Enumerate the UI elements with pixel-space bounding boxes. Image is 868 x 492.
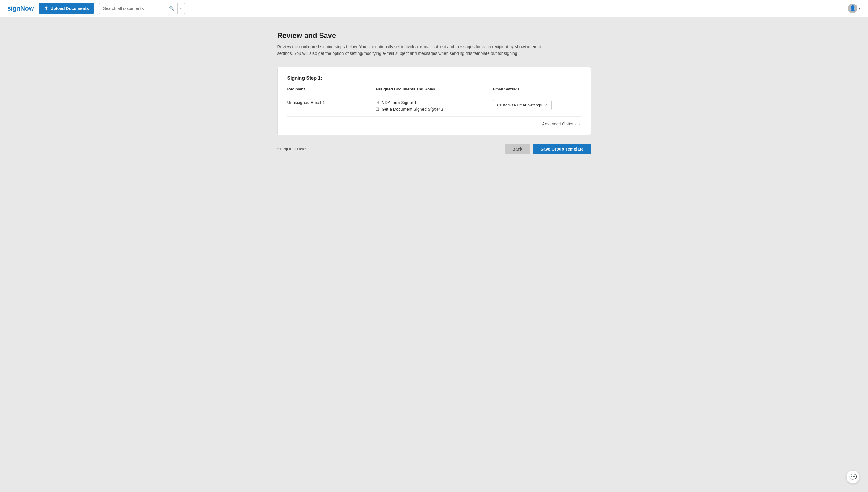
doc-item-2: ☑ Get a Document Signed Signer 1	[375, 107, 493, 112]
signing-step-title: Signing Step 1:	[287, 75, 581, 81]
col-header-recipient: Recipient	[287, 87, 375, 95]
user-dropdown-caret: ▾	[859, 6, 861, 11]
search-group: 🔍 ▾	[99, 3, 185, 14]
search-dropdown-button[interactable]: ▾	[177, 3, 184, 14]
signing-step-card: Signing Step 1: Recipient Assigned Docum…	[277, 67, 591, 135]
col-header-email: Email Settings	[493, 87, 581, 95]
chat-icon: 💬	[849, 473, 857, 481]
recipient-name: Unassigned Email 1	[287, 100, 325, 105]
avatar-icon: 👤	[849, 5, 856, 12]
doc-name-1: NDA form Signer 1	[382, 100, 417, 105]
upload-documents-button[interactable]: ⬆ Upload Documents	[39, 3, 94, 14]
upload-icon: ⬆	[44, 5, 48, 11]
advanced-options-label: Advanced Options	[542, 122, 577, 126]
user-menu[interactable]: 👤 ▾	[848, 4, 861, 13]
logo: signNow	[7, 4, 34, 13]
main-content: Review and Save Review the configured si…	[253, 17, 615, 169]
customize-email-button[interactable]: Customize Email Settings ∨	[493, 100, 552, 110]
chevron-down-icon: ▾	[180, 6, 182, 10]
chat-widget[interactable]: 💬	[846, 470, 860, 484]
doc-item-1: ☑ NDA form Signer 1	[375, 100, 493, 105]
required-fields-note: * Required Fields	[277, 147, 308, 151]
doc-edit-icon-2: ☑	[375, 107, 379, 112]
save-group-template-button[interactable]: Save Group Template	[533, 144, 591, 154]
recipient-cell: Unassigned Email 1	[287, 95, 375, 117]
navbar: signNow ⬆ Upload Documents 🔍 ▾ 👤 ▾	[0, 0, 868, 17]
search-icon: 🔍	[169, 6, 174, 10]
back-button[interactable]: Back	[505, 144, 530, 154]
doc-name-2: Get a Document Signed Signer 1	[382, 107, 443, 112]
page-description: Review the configured signing steps belo…	[277, 44, 549, 57]
avatar: 👤	[848, 4, 858, 13]
chevron-down-icon: ∨	[544, 103, 547, 107]
upload-button-label: Upload Documents	[50, 6, 89, 11]
docs-cell: ☑ NDA form Signer 1 ☑ Get a Document Sig…	[375, 95, 493, 117]
advanced-options-row: Advanced Options ∨	[287, 122, 581, 126]
footer-buttons: Back Save Group Template	[505, 144, 591, 154]
customize-email-label: Customize Email Settings	[497, 103, 542, 107]
advanced-options-button[interactable]: Advanced Options ∨	[542, 122, 581, 126]
page-title: Review and Save	[277, 31, 591, 40]
footer-actions: * Required Fields Back Save Group Templa…	[277, 144, 591, 154]
search-button[interactable]: 🔍	[166, 3, 177, 14]
recipients-table: Recipient Assigned Documents and Roles E…	[287, 87, 581, 117]
table-row: Unassigned Email 1 ☑ NDA form Signer 1 ☑…	[287, 95, 581, 117]
search-input[interactable]	[100, 3, 166, 14]
doc-edit-icon-1: ☑	[375, 100, 379, 105]
email-settings-cell: Customize Email Settings ∨	[493, 95, 581, 117]
chevron-down-icon: ∨	[578, 122, 581, 126]
col-header-docs: Assigned Documents and Roles	[375, 87, 493, 95]
logo-text: signNow	[7, 4, 34, 12]
table-header-row: Recipient Assigned Documents and Roles E…	[287, 87, 581, 95]
